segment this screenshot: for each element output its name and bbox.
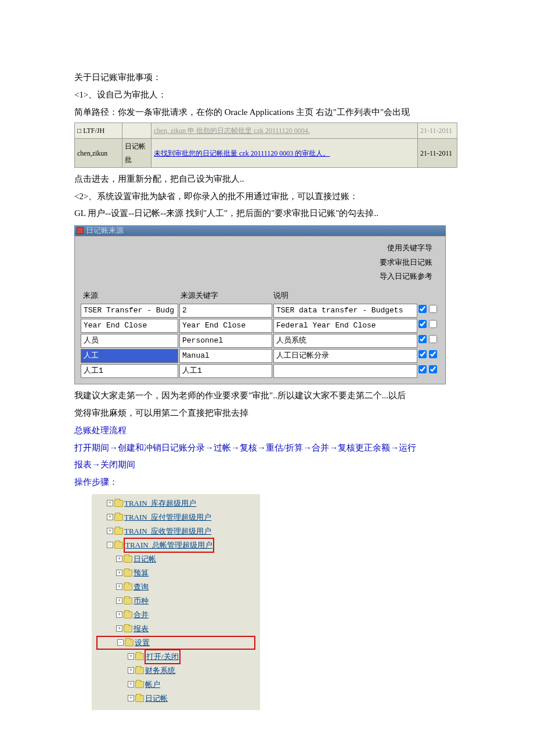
tree-label[interactable]: 合并 [134,608,149,622]
wl-type: 日记帐批 [122,139,151,167]
cell-source[interactable]: TSER Transfer - Budg [81,304,178,318]
expand-icon[interactable]: + [107,528,113,534]
cell-desc[interactable]: TSER data transfer - Budgets [273,304,417,318]
rlabel-3: 导入日记账参考 [81,269,432,284]
tree-item[interactable]: +币种 [96,594,255,608]
cell-source[interactable]: 人工1 [81,364,178,378]
tree-item[interactable]: +TRAIN_库存超级用户 [96,496,255,510]
cb-approve[interactable] [429,320,437,328]
cb-approve[interactable] [429,365,437,373]
after-wl: 点击进去，用重新分配，把自己设为审批人.. [74,171,457,188]
expand-icon[interactable]: + [116,556,122,562]
tree-label[interactable]: 帐户 [145,678,160,692]
tree-label[interactable]: 打开/关闭 [145,650,180,664]
cb-approve[interactable] [429,335,437,343]
table-row[interactable]: Year End CloseYear End CloseFederal Year… [81,319,439,333]
table-row[interactable]: 人工1人工1 [81,364,439,378]
cb-keyword[interactable] [418,305,427,313]
cell-key[interactable]: Personnel [179,334,272,348]
tree-item[interactable]: +合并 [96,608,255,622]
cell-key[interactable]: 人工1 [179,364,272,378]
tree-item[interactable]: +日记帐 [96,692,255,705]
tree-label[interactable]: TRAIN_应付管理超级用户 [124,510,211,524]
wl-user: □ LTF/JH [75,123,122,139]
folder-icon [114,528,123,535]
tree-item[interactable]: -设置 [96,636,255,650]
tree-label[interactable]: 日记帐 [134,552,156,566]
cell-desc[interactable] [273,364,417,378]
expand-icon[interactable]: + [116,570,122,576]
close-icon[interactable] [77,227,84,234]
collapse-icon[interactable]: - [107,542,113,548]
tree-item[interactable]: +打开/关闭 [96,650,255,664]
folder-icon [114,500,123,507]
expand-icon[interactable]: + [116,625,122,632]
wl-msg[interactable]: chen, zikun 申 批怨的日志帧批里 czk 20111120 0004… [151,123,418,139]
folder-icon [135,653,144,660]
cell-source[interactable]: Year End Close [81,319,178,333]
expand-icon[interactable]: + [107,514,113,520]
tree-label[interactable]: 设置 [135,636,150,650]
cb-approve[interactable] [429,350,437,358]
folder-icon [114,542,123,549]
folder-icon [124,584,132,591]
cell-key[interactable]: Manual [179,349,272,363]
expand-icon[interactable]: + [128,653,134,660]
cb-keyword[interactable] [418,365,427,373]
cell-source[interactable]: 人员 [81,334,178,348]
cb-keyword[interactable] [418,350,427,358]
tree-label[interactable]: 财务系统 [145,664,175,678]
wl-date: 21-11-2011 [418,123,457,139]
cell-source[interactable]: 人工 [81,349,178,363]
tree-label[interactable]: 查询 [134,580,149,594]
section-flow-2: 报表→关闭期间 [74,457,457,473]
expand-icon[interactable]: + [128,681,134,687]
collapse-icon[interactable]: - [117,639,124,646]
section-flow-title: 总账处理流程 [74,423,457,439]
table-row[interactable]: 人员Personnel人员系统 [81,334,439,348]
tree-label[interactable]: TRAIN_应收管理超级用户 [124,524,211,538]
tree-item[interactable]: +日记帐 [96,552,255,566]
wl-msg-link[interactable]: 未找到审批您的日记帐批量 czk 20111120 0003 的审批人。 [151,139,418,167]
tree-label[interactable]: 币种 [134,594,149,608]
expand-icon[interactable]: + [128,667,134,674]
expand-icon[interactable]: + [128,695,134,701]
table-row[interactable]: 人工Manual人工日记帐分录 [81,349,439,363]
tree-label[interactable]: TRAIN_总帐管理超级用户 [124,538,214,552]
item2-path: GL 用户--设置--日记帐--来源 找到"人工"，把后面的"要求审批日记账"的… [74,206,457,222]
expand-icon[interactable]: + [107,500,113,506]
item1-head: <1>、设自己为审批人： [74,87,457,103]
advice-1: 我建议大家走第一个，因为老师的作业要求要"审批"..所以建议大家不要走第二个..… [74,388,457,404]
cb-approve[interactable] [429,305,437,313]
tree-item[interactable]: +财务系统 [96,664,255,678]
tree-item[interactable]: -TRAIN_总帐管理超级用户 [96,538,255,552]
tree-item[interactable]: +TRAIN_应收管理超级用户 [96,524,255,538]
oracle-titlebar[interactable]: 日记账来源 [74,225,446,236]
expand-icon[interactable]: + [116,584,122,590]
cb-keyword[interactable] [418,320,427,328]
cell-desc[interactable]: 人工日记帐分录 [273,349,417,363]
folder-icon [135,681,144,688]
tree-label[interactable]: TRAIN_库存超级用户 [124,496,196,510]
table-row[interactable]: TSER Transfer - Budg2TSER data transfer … [81,304,439,318]
worklist-table: □ LTF/JH chen, zikun 申 批怨的日志帧批里 czk 2011… [74,123,457,168]
tree-item[interactable]: +TRAIN_应付管理超级用户 [96,510,255,524]
tree-label[interactable]: 报表 [134,622,149,636]
tree-item[interactable]: +查询 [96,580,255,594]
cb-keyword[interactable] [418,335,427,343]
tree-item[interactable]: +预算 [96,566,255,580]
cell-desc[interactable]: 人员系统 [273,334,417,348]
col-source: 来源 [81,289,178,303]
cell-key[interactable]: 2 [179,304,272,318]
tree-item[interactable]: +报表 [96,622,255,636]
tree-label[interactable]: 日记帐 [145,692,168,705]
wl-user: chen,zikun [75,139,122,167]
expand-icon[interactable]: + [116,611,122,618]
wl-date: 21-11-2011 [418,139,457,167]
col-desc: 说明 [271,289,415,303]
expand-icon[interactable]: + [116,597,122,604]
cell-desc[interactable]: Federal Year End Close [273,319,417,333]
tree-label[interactable]: 预算 [134,566,149,580]
tree-item[interactable]: +帐户 [96,678,255,692]
cell-key[interactable]: Year End Close [179,319,272,333]
